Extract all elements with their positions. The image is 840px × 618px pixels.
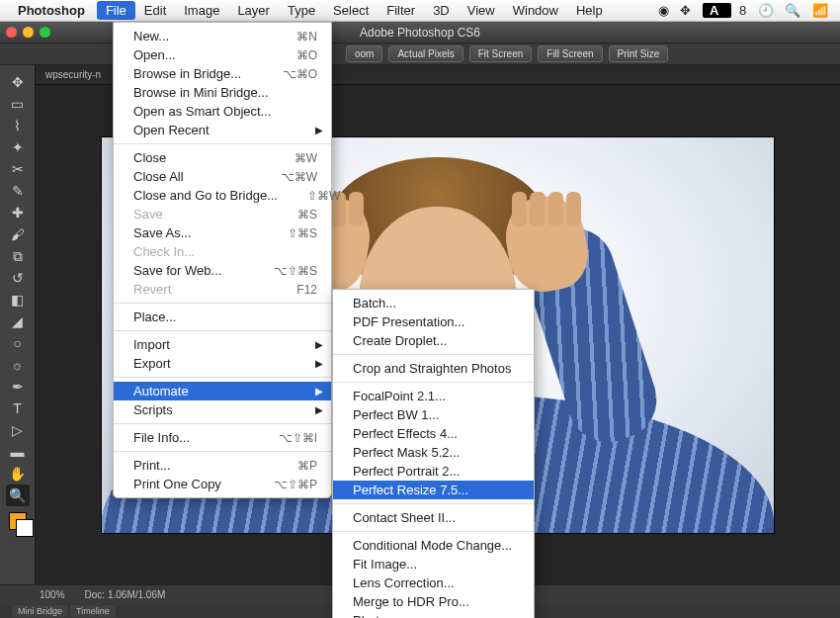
blur-tool-icon[interactable]: ○: [6, 332, 30, 354]
brush-tool-icon[interactable]: 🖌: [6, 223, 30, 245]
timeline-tab[interactable]: Timeline: [70, 605, 116, 617]
adobe-badge[interactable]: A: [703, 3, 731, 18]
path-tool-icon[interactable]: ▷: [6, 419, 30, 441]
automate-focalpoint[interactable]: FocalPoint 2.1...: [333, 387, 534, 405]
clock-icon[interactable]: 🕘: [758, 3, 774, 18]
mini-bridge-tab[interactable]: Mini Bridge: [12, 605, 68, 617]
automate-submenu: Batch... PDF Presentation... Create Drop…: [332, 289, 535, 618]
file-close[interactable]: Close⌘W: [114, 148, 331, 167]
automate-create-droplet[interactable]: Create Droplet...: [333, 331, 534, 350]
dodge-tool-icon[interactable]: ☼: [6, 354, 30, 376]
shape-tool-icon[interactable]: ▬: [6, 441, 30, 463]
automate-fit-image[interactable]: Fit Image...: [333, 555, 534, 574]
stamp-tool-icon[interactable]: ⧉: [6, 245, 30, 267]
type-tool-icon[interactable]: T: [6, 397, 30, 419]
menu-view[interactable]: View: [459, 1, 504, 20]
foreground-color-swatch[interactable]: [9, 512, 27, 530]
file-open[interactable]: Open...⌘O: [114, 45, 331, 64]
history-brush-tool-icon[interactable]: ↺: [6, 267, 30, 289]
badge-count: 8: [739, 3, 746, 18]
print-size-button[interactable]: Print Size: [609, 45, 669, 62]
file-save: Save⌘S: [114, 205, 331, 223]
menu-image[interactable]: Image: [175, 1, 228, 20]
file-revert: RevertF12: [114, 280, 331, 299]
sync-icon[interactable]: ✥: [680, 3, 691, 18]
file-new[interactable]: New...⌘N: [114, 27, 331, 45]
zoom-level[interactable]: 100%: [40, 589, 65, 600]
submenu-arrow-icon: ▶: [315, 339, 323, 350]
automate-perfect-bw[interactable]: Perfect BW 1...: [333, 405, 534, 424]
wand-tool-icon[interactable]: ✦: [6, 136, 30, 158]
automate-perfect-mask[interactable]: Perfect Mask 5.2...: [333, 443, 534, 462]
automate-merge-hdr[interactable]: Merge to HDR Pro...: [333, 592, 534, 611]
file-print[interactable]: Print...⌘P: [114, 456, 331, 475]
menu-3d[interactable]: 3D: [424, 1, 459, 20]
automate-contact-sheet[interactable]: Contact Sheet II...: [333, 508, 534, 527]
automate-lens-correction[interactable]: Lens Correction...: [333, 574, 534, 592]
file-scripts[interactable]: Scripts▶: [114, 400, 331, 419]
menu-type[interactable]: Type: [279, 1, 324, 20]
file-place[interactable]: Place...: [114, 308, 331, 326]
automate-perfect-resize[interactable]: Perfect Resize 7.5...: [333, 481, 534, 499]
file-export[interactable]: Export▶: [114, 354, 331, 373]
automate-conditional-mode[interactable]: Conditional Mode Change...: [333, 536, 534, 555]
file-open-smart-object[interactable]: Open as Smart Object...: [114, 102, 331, 121]
submenu-arrow-icon: ▶: [315, 404, 323, 415]
actual-pixels-button[interactable]: Actual Pixels: [388, 45, 462, 62]
mac-menubar: Photoshop File Edit Image Layer Type Sel…: [0, 0, 840, 22]
file-check-in: Check In...: [114, 242, 331, 261]
file-open-recent[interactable]: Open Recent▶: [114, 121, 331, 139]
document-tab[interactable]: wpsecurity-n: [45, 69, 101, 80]
wifi-icon[interactable]: 📶: [812, 3, 828, 18]
image-fingers: [512, 192, 581, 226]
automate-photomerge[interactable]: Photomerge...: [333, 611, 534, 618]
automate-crop-straighten[interactable]: Crop and Straighten Photos: [333, 359, 534, 378]
file-close-all[interactable]: Close All⌥⌘W: [114, 167, 331, 186]
file-print-one-copy[interactable]: Print One Copy⌥⇧⌘P: [114, 475, 331, 493]
tools-panel: ✥ ▭ ⌇ ✦ ✂ ✎ ✚ 🖌 ⧉ ↺ ◧ ◢ ○ ☼ ✒ T ▷ ▬ ✋ 🔍: [0, 65, 36, 584]
status-icon[interactable]: ◉: [658, 3, 669, 18]
automate-batch[interactable]: Batch...: [333, 294, 534, 312]
automate-pdf-presentation[interactable]: PDF Presentation...: [333, 312, 534, 331]
file-menu: New...⌘N Open...⌘O Browse in Bridge...⌥⌘…: [113, 22, 332, 498]
automate-perfect-portrait[interactable]: Perfect Portrait 2...: [333, 462, 534, 481]
submenu-arrow-icon: ▶: [315, 358, 323, 369]
heal-tool-icon[interactable]: ✚: [6, 202, 30, 223]
submenu-arrow-icon: ▶: [315, 125, 323, 135]
fill-screen-button[interactable]: Fill Screen: [538, 45, 602, 62]
menubar-right-icons: ◉ ✥ A 8 🕘 🔍 📶: [654, 3, 832, 18]
move-tool-icon[interactable]: ✥: [6, 71, 30, 93]
file-info[interactable]: File Info...⌥⇧⌘I: [114, 428, 331, 447]
menu-window[interactable]: Window: [504, 1, 567, 20]
menu-file[interactable]: File: [97, 1, 135, 20]
file-automate[interactable]: Automate▶: [114, 382, 331, 400]
menu-layer[interactable]: Layer: [228, 1, 279, 20]
menu-filter[interactable]: Filter: [378, 1, 424, 20]
file-browse-bridge[interactable]: Browse in Bridge...⌥⌘O: [114, 64, 331, 83]
lasso-tool-icon[interactable]: ⌇: [6, 115, 30, 136]
file-browse-mini-bridge[interactable]: Browse in Mini Bridge...: [114, 83, 331, 102]
zoom-tool-icon[interactable]: 🔍: [6, 485, 30, 506]
menu-edit[interactable]: Edit: [135, 1, 175, 20]
menu-select[interactable]: Select: [324, 1, 378, 20]
menu-help[interactable]: Help: [567, 1, 612, 20]
app-name[interactable]: Photoshop: [18, 3, 85, 18]
doc-size[interactable]: Doc: 1.06M/1.06M: [85, 589, 166, 600]
hand-tool-icon[interactable]: ✋: [6, 463, 30, 485]
marquee-tool-icon[interactable]: ▭: [6, 93, 30, 115]
file-save-as[interactable]: Save As...⇧⌘S: [114, 223, 331, 242]
eraser-tool-icon[interactable]: ◧: [6, 289, 30, 310]
gradient-tool-icon[interactable]: ◢: [6, 310, 30, 332]
crop-tool-icon[interactable]: ✂: [6, 158, 30, 180]
pen-tool-icon[interactable]: ✒: [6, 376, 30, 397]
submenu-arrow-icon: ▶: [315, 386, 323, 397]
file-close-bridge[interactable]: Close and Go to Bridge...⇧⌘W: [114, 186, 331, 205]
fit-screen-button[interactable]: Fit Screen: [469, 45, 533, 62]
search-icon[interactable]: 🔍: [785, 3, 800, 18]
automate-perfect-effects[interactable]: Perfect Effects 4...: [333, 424, 534, 443]
file-import[interactable]: Import▶: [114, 335, 331, 354]
file-save-for-web[interactable]: Save for Web...⌥⇧⌘S: [114, 261, 331, 280]
zoom-label[interactable]: oom: [346, 45, 382, 62]
eyedropper-tool-icon[interactable]: ✎: [6, 180, 30, 202]
